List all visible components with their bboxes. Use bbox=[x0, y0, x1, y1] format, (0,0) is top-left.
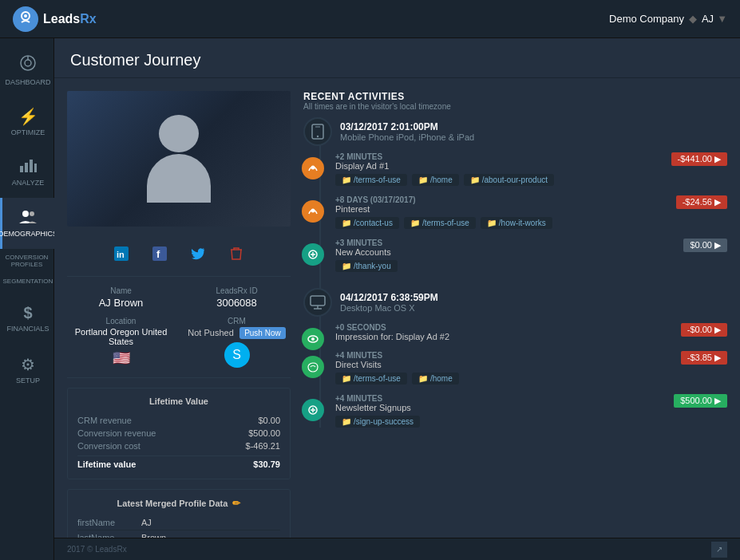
svg-point-9 bbox=[22, 211, 29, 217]
segmentation-label: Segmentation bbox=[3, 278, 53, 285]
user-name: AJ bbox=[702, 13, 714, 25]
activity-display-ad-1-header: +2 MINUTES Display Ad #1 -$441.00 ▶ bbox=[335, 152, 727, 171]
sidebar-item-segmentation[interactable]: Segmentation bbox=[0, 273, 54, 290]
analyze-label: Analyze bbox=[12, 179, 44, 187]
page-tag: 📁/about-our-product bbox=[464, 174, 554, 186]
footer-copyright: 2017 © LeadsRx bbox=[67, 545, 127, 554]
sidebar-item-conversion-profiles[interactable]: Conversion Profiles bbox=[0, 249, 54, 273]
sidebar: Dashboard ⚡ Optimize Analyze bbox=[0, 38, 54, 560]
social-icons: in f bbox=[67, 236, 291, 277]
optimize-label: Optimize bbox=[11, 128, 46, 136]
merged-title: Latest Merged Profile Data ✏ bbox=[77, 498, 280, 509]
direct-visits-pages: 📁/terms-of-use 📁/home bbox=[335, 373, 727, 385]
session-1-device: Mobile Phone iPod, iPhone & iPad bbox=[340, 132, 474, 142]
new-accounts-cost: $0.00 ▶ bbox=[683, 239, 727, 252]
new-accounts-name: New Accounts bbox=[335, 247, 391, 257]
page-tag: 📁/terms-of-use bbox=[335, 174, 407, 186]
logo-icon bbox=[13, 6, 38, 32]
demographics-label: Demographics bbox=[0, 230, 57, 238]
svg-point-27 bbox=[311, 337, 315, 341]
lifetime-value-section: Lifetime Value CRM revenue $0.00 Convers… bbox=[67, 388, 291, 479]
sidebar-item-analyze[interactable]: Analyze bbox=[0, 147, 54, 198]
id-label: LeadsRx ID bbox=[183, 286, 291, 295]
svg-point-18 bbox=[311, 166, 315, 170]
nav-right: Demo Company ◆ AJ ▼ bbox=[609, 13, 727, 25]
activity-dot-teal-1 bbox=[302, 243, 324, 266]
edit-icon[interactable]: ✏ bbox=[232, 498, 240, 509]
newsletter-name: Newsletter Signups bbox=[335, 403, 411, 412]
profile-name-field: Name AJ Brown bbox=[67, 286, 175, 309]
pinterest-name: Pinterest bbox=[335, 204, 416, 214]
activity-dot-teal-2 bbox=[302, 399, 324, 421]
mobile-device-icon bbox=[303, 117, 332, 146]
impression-name: Impression for: Display Ad #2 bbox=[335, 332, 449, 341]
optimize-icon: ⚡ bbox=[18, 107, 38, 126]
page-tag: 📁/contact-us bbox=[335, 217, 399, 229]
linkedin-icon[interactable]: in bbox=[110, 243, 133, 265]
crm-status: Not Pushed bbox=[188, 328, 233, 337]
activity-dot-green-1 bbox=[302, 328, 324, 350]
pinterest-cost: -$24.56 ▶ bbox=[676, 195, 727, 209]
recent-activities-header: RECENT ACTIVITIES All times are in the v… bbox=[303, 91, 727, 111]
sidebar-item-financials[interactable]: $ Financials bbox=[0, 293, 54, 344]
crm-revenue-label: CRM revenue bbox=[77, 416, 132, 425]
profile-fields: Name AJ Brown LeadsRx ID 3006088 Locatio… bbox=[67, 286, 291, 378]
crm-label: CRM bbox=[183, 317, 291, 325]
avatar bbox=[143, 115, 215, 203]
user-chevron[interactable]: ▼ bbox=[717, 13, 727, 25]
direct-visits-cost: -$3.85 ▶ bbox=[681, 351, 727, 365]
page-header: Customer Journey bbox=[54, 38, 740, 78]
svg-point-10 bbox=[30, 211, 34, 216]
sidebar-item-dashboard[interactable]: Dashboard bbox=[0, 45, 54, 96]
conversion-cost-row: Conversion cost $-469.21 bbox=[77, 440, 280, 452]
lifetime-value-row: Lifetime value $30.79 bbox=[77, 455, 280, 471]
conversion-revenue-row: Conversion revenue $500.00 bbox=[77, 427, 280, 440]
setup-icon: ⚙ bbox=[21, 355, 35, 374]
crm-revenue-value: $0.00 bbox=[258, 416, 280, 425]
session-2-device: Desktop Mac OS X bbox=[340, 303, 438, 313]
session-2-header: 04/12/2017 6:38:59PM Desktop Mac OS X bbox=[303, 288, 727, 317]
sidebar-item-optimize[interactable]: ⚡ Optimize bbox=[0, 96, 54, 147]
activity-pinterest-header: +8 DAYS (03/17/2017) Pinterest -$24.56 ▶ bbox=[335, 195, 727, 214]
delete-icon[interactable] bbox=[225, 243, 247, 265]
svg-rect-5 bbox=[20, 166, 23, 172]
lifetime-value-title: Lifetime Value bbox=[77, 396, 280, 406]
firstname-value: AJ bbox=[141, 518, 152, 527]
push-now-button[interactable]: Push Now bbox=[239, 327, 286, 339]
session-2-info: 04/12/2017 6:38:59PM Desktop Mac OS X bbox=[340, 292, 438, 313]
activity-dot-orange-2 bbox=[302, 200, 324, 223]
sidebar-item-demographics[interactable]: Demographics bbox=[0, 198, 54, 249]
crm-revenue-row: CRM revenue $0.00 bbox=[77, 414, 280, 427]
skype-icon: S bbox=[224, 342, 250, 368]
nav-divider: ◆ bbox=[689, 13, 697, 25]
svg-point-3 bbox=[25, 60, 31, 66]
app-logo: LeadsRx bbox=[13, 6, 97, 32]
svg-rect-6 bbox=[25, 163, 28, 172]
session-1-date: 03/12/2017 2:01:00PM bbox=[340, 121, 474, 132]
profile-location: Portland Oregon United States bbox=[67, 327, 175, 346]
session-2: 04/12/2017 6:38:59PM Desktop Mac OS X bbox=[343, 288, 727, 428]
facebook-icon[interactable]: f bbox=[148, 243, 171, 265]
recent-title: RECENT ACTIVITIES bbox=[303, 91, 727, 102]
svg-rect-23 bbox=[311, 296, 325, 306]
page-tag: 📁/thank-you bbox=[335, 260, 398, 272]
display-ad-1-cost: -$441.00 ▶ bbox=[671, 152, 727, 166]
activity-direct-visits-content: +4 MINUTES Direct Visits -$3.85 ▶ 📁/term… bbox=[319, 351, 727, 385]
top-nav: LeadsRx Demo Company ◆ AJ ▼ bbox=[0, 0, 740, 38]
external-link-icon[interactable]: ↗ bbox=[711, 542, 727, 558]
main-layout: Dashboard ⚡ Optimize Analyze bbox=[0, 38, 740, 560]
svg-point-1 bbox=[24, 14, 27, 18]
profile-name: AJ Brown bbox=[67, 297, 175, 309]
sidebar-item-setup[interactable]: ⚙ Setup bbox=[0, 344, 54, 395]
firstname-key: firstName bbox=[77, 518, 141, 527]
twitter-icon[interactable] bbox=[187, 243, 209, 265]
direct-visits-name: Direct Visits bbox=[335, 360, 382, 369]
activity-newsletter: +4 MINUTES Newsletter Signups $500.00 ▶ … bbox=[319, 394, 727, 428]
logo-text: LeadsRx bbox=[43, 12, 97, 26]
financials-icon: $ bbox=[23, 304, 32, 322]
analyze-icon bbox=[19, 158, 37, 176]
newsletter-pages: 📁/sign-up-success bbox=[335, 416, 727, 428]
session-1-info: 03/12/2017 2:01:00PM Mobile Phone iPod, … bbox=[340, 121, 474, 142]
svg-point-16 bbox=[317, 136, 319, 137]
display-ad-1-time: +2 MINUTES bbox=[335, 152, 389, 161]
